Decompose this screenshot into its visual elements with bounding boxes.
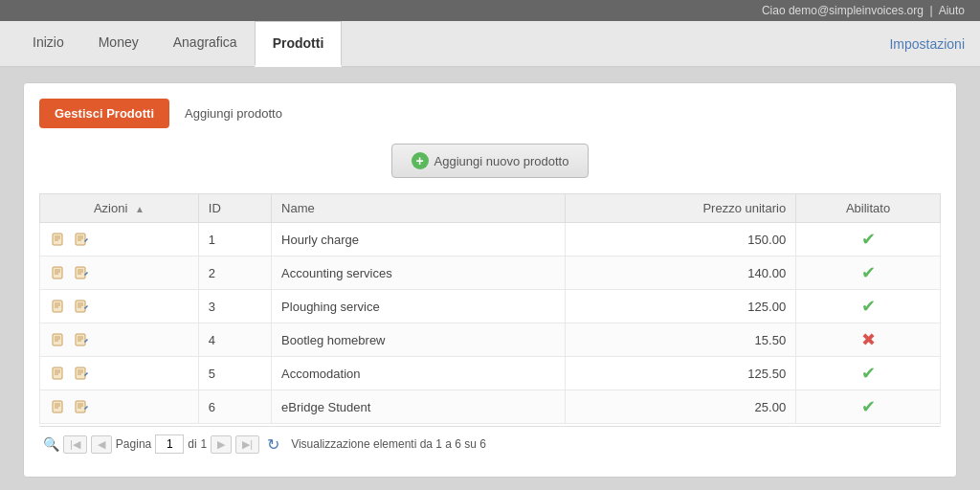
nav-item-money[interactable]: Money xyxy=(81,21,156,66)
table-row: 2Accounting services140.00✔ xyxy=(40,256,941,290)
add-circle-icon: + xyxy=(412,152,429,169)
manage-products-button[interactable]: Gestisci Prodotti xyxy=(39,99,169,128)
row-id: 3 xyxy=(198,290,271,323)
row-price: 140.00 xyxy=(565,256,796,290)
svg-rect-9 xyxy=(53,267,62,278)
total-pages: 1 xyxy=(201,437,208,451)
svg-rect-0 xyxy=(53,234,62,245)
refresh-button[interactable]: ↻ xyxy=(267,435,279,454)
table-row: 4Bootleg homebrew15.50✖ xyxy=(40,323,941,357)
row-actions xyxy=(40,290,199,323)
main-content: Gestisci Prodotti Aggiungi prodotto + Ag… xyxy=(23,82,957,478)
row-id: 1 xyxy=(198,223,271,256)
page-input[interactable] xyxy=(155,434,184,454)
prev-page-button[interactable]: ◀ xyxy=(91,435,112,454)
nav-item-inizio[interactable]: Inizio xyxy=(15,21,81,66)
row-name: Accounting services xyxy=(272,256,565,290)
table-row: 6eBridge Student25.00✔ xyxy=(40,390,941,424)
check-icon: ✔ xyxy=(861,397,876,416)
svg-rect-27 xyxy=(53,334,62,345)
row-id: 4 xyxy=(198,323,271,357)
col-prezzo: Prezzo unitario xyxy=(565,194,796,223)
edit-icon[interactable] xyxy=(73,230,92,249)
svg-rect-45 xyxy=(53,401,62,412)
row-actions xyxy=(40,223,199,256)
row-enabled: ✖ xyxy=(796,323,941,357)
svg-rect-36 xyxy=(53,368,62,379)
view-icon[interactable] xyxy=(50,364,69,383)
nav-left: Inizio Money Anagrafica Prodotti xyxy=(15,21,342,66)
page-label: Pagina xyxy=(116,437,151,451)
svg-rect-13 xyxy=(76,267,85,278)
edit-icon[interactable] xyxy=(73,330,92,349)
col-id: ID xyxy=(198,194,271,223)
row-actions xyxy=(40,323,199,357)
first-page-button[interactable]: |◀ xyxy=(63,435,87,454)
help-link[interactable]: Aiuto xyxy=(939,4,965,17)
row-id: 6 xyxy=(198,390,271,424)
table-header-row: Azioni ▲ ID Name Prezzo unitario Abilita… xyxy=(40,194,941,223)
nav-bar: Inizio Money Anagrafica Prodotti Imposta… xyxy=(0,21,980,67)
view-icon[interactable] xyxy=(50,397,69,416)
row-price: 15.50 xyxy=(565,323,796,357)
col-abilitato: Abilitato xyxy=(796,194,941,223)
top-separator: | xyxy=(930,4,933,17)
edit-icon[interactable] xyxy=(73,263,92,282)
svg-rect-40 xyxy=(76,368,85,379)
check-icon: ✔ xyxy=(861,364,876,383)
row-name: Hourly charge xyxy=(272,223,565,256)
row-enabled: ✔ xyxy=(796,390,941,424)
row-price: 125.50 xyxy=(565,357,796,390)
svg-rect-31 xyxy=(76,334,85,345)
edit-icon[interactable] xyxy=(73,397,92,416)
check-icon: ✔ xyxy=(861,263,876,282)
top-bar: Ciao demo@simpleinvoices.org | Aiuto xyxy=(0,0,980,21)
add-product-container: + Aggiungi nuovo prodotto xyxy=(39,144,941,178)
svg-rect-4 xyxy=(76,234,85,245)
nav-item-prodotti[interactable]: Prodotti xyxy=(255,21,343,67)
row-price: 150.00 xyxy=(565,223,796,256)
view-icon[interactable] xyxy=(50,263,69,282)
svg-rect-22 xyxy=(76,301,85,312)
cross-icon: ✖ xyxy=(861,330,876,349)
add-new-product-label: Aggiungi nuovo prodotto xyxy=(434,154,569,168)
greeting-text: Ciao demo@simpleinvoices.org xyxy=(762,4,924,17)
last-page-button[interactable]: ▶| xyxy=(235,435,259,454)
table-row: 5Accomodation125.50✔ xyxy=(40,357,941,390)
settings-link[interactable]: Impostazioni xyxy=(889,36,965,52)
zoom-icon: 🔍 xyxy=(43,436,59,452)
row-enabled: ✔ xyxy=(796,223,941,256)
pagination-info: Visualizzazione elementi da 1 a 6 su 6 xyxy=(291,437,486,451)
action-bar: Gestisci Prodotti Aggiungi prodotto xyxy=(39,99,941,128)
sort-arrow-azioni: ▲ xyxy=(135,204,145,214)
add-product-link[interactable]: Aggiungi prodotto xyxy=(185,106,282,121)
edit-icon[interactable] xyxy=(73,364,92,383)
view-icon[interactable] xyxy=(50,330,69,349)
row-actions xyxy=(40,256,199,290)
svg-rect-18 xyxy=(53,301,62,312)
table-row: 1Hourly charge150.00✔ xyxy=(40,223,941,256)
row-enabled: ✔ xyxy=(796,256,941,290)
add-new-product-button[interactable]: + Aggiungi nuovo prodotto xyxy=(391,144,590,178)
row-enabled: ✔ xyxy=(796,290,941,323)
check-icon: ✔ xyxy=(861,297,876,316)
nav-item-anagrafica[interactable]: Anagrafica xyxy=(156,21,255,66)
row-name: Accomodation xyxy=(272,357,565,390)
svg-rect-49 xyxy=(76,401,85,412)
col-name: Name xyxy=(272,194,565,223)
row-price: 125.00 xyxy=(565,290,796,323)
row-name: Ploughing service xyxy=(272,290,565,323)
edit-icon[interactable] xyxy=(73,297,92,316)
row-enabled: ✔ xyxy=(796,357,941,390)
row-actions xyxy=(40,357,199,390)
row-id: 5 xyxy=(198,357,271,390)
check-icon: ✔ xyxy=(861,230,876,249)
of-label: di xyxy=(188,437,196,451)
view-icon[interactable] xyxy=(50,230,69,249)
next-page-button[interactable]: ▶ xyxy=(211,435,232,454)
row-actions xyxy=(40,390,199,424)
row-price: 25.00 xyxy=(565,390,796,424)
row-id: 2 xyxy=(198,256,271,290)
view-icon[interactable] xyxy=(50,297,69,316)
col-azioni: Azioni ▲ xyxy=(40,194,199,223)
